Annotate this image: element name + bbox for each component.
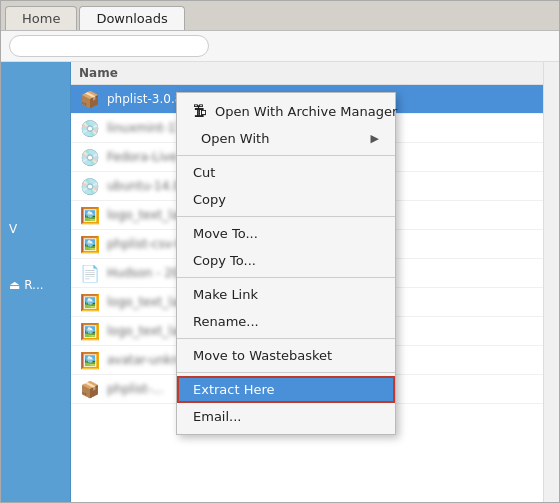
search-wrapper: 🔍 bbox=[9, 35, 209, 57]
file-icon-disc: 💿 bbox=[79, 146, 101, 168]
file-icon-image: 🖼️ bbox=[79, 349, 101, 371]
file-icon-archive: 📦 bbox=[79, 88, 101, 110]
scrollbar-area[interactable] bbox=[543, 62, 559, 502]
menu-divider bbox=[177, 372, 395, 373]
menu-item-extract-here[interactable]: Extract Here bbox=[177, 376, 395, 403]
sidebar-item-r[interactable]: ⏏ R... bbox=[1, 272, 70, 298]
tab-downloads[interactable]: Downloads bbox=[79, 6, 184, 30]
left-sidebar: V ⏏ R... bbox=[1, 62, 71, 502]
file-icon-disc: 💿 bbox=[79, 117, 101, 139]
menu-item-open-with[interactable]: Open With ▶ bbox=[177, 125, 395, 152]
menu-item-open-with-archive[interactable]: 🗜 Open With Archive Manager bbox=[177, 97, 395, 125]
menu-divider bbox=[177, 155, 395, 156]
search-input[interactable] bbox=[9, 35, 209, 57]
submenu-arrow-icon: ▶ bbox=[371, 132, 379, 145]
file-icon-doc: 📄 bbox=[79, 262, 101, 284]
menu-item-move-to[interactable]: Move To... bbox=[177, 220, 395, 247]
file-manager-window: Home Downloads 🔍 V ⏏ R... Name bbox=[0, 0, 560, 503]
menu-item-email[interactable]: Email... bbox=[177, 403, 395, 430]
tab-home[interactable]: Home bbox=[5, 6, 77, 30]
tab-bar: Home Downloads bbox=[1, 1, 559, 31]
file-icon-disc: 💿 bbox=[79, 175, 101, 197]
column-header-name: Name bbox=[71, 62, 543, 85]
menu-item-copy-to[interactable]: Copy To... bbox=[177, 247, 395, 274]
menu-item-make-link[interactable]: Make Link bbox=[177, 281, 395, 308]
file-icon-image: 🖼️ bbox=[79, 320, 101, 342]
menu-item-cut[interactable]: Cut bbox=[177, 159, 395, 186]
search-bar: 🔍 bbox=[1, 31, 559, 62]
file-icon-image: 🖼️ bbox=[79, 291, 101, 313]
menu-item-move-to-wastebasket[interactable]: Move to Wastebasket bbox=[177, 342, 395, 369]
file-icon-archive2: 📦 bbox=[79, 378, 101, 400]
archive-manager-icon: 🗜 bbox=[193, 103, 207, 119]
menu-item-copy[interactable]: Copy bbox=[177, 186, 395, 213]
context-menu: 🗜 Open With Archive Manager Open With ▶ … bbox=[176, 92, 396, 435]
menu-divider bbox=[177, 338, 395, 339]
sidebar-item-v[interactable]: V bbox=[1, 216, 70, 242]
menu-divider bbox=[177, 216, 395, 217]
file-list-container: V ⏏ R... Name 📦 phplist-3.0.8.tgz 💿 linu… bbox=[1, 62, 559, 502]
file-icon-image: 🖼️ bbox=[79, 233, 101, 255]
menu-item-rename[interactable]: Rename... bbox=[177, 308, 395, 335]
file-name: phplist-... bbox=[107, 382, 163, 396]
file-icon-image: 🖼️ bbox=[79, 204, 101, 226]
menu-divider bbox=[177, 277, 395, 278]
